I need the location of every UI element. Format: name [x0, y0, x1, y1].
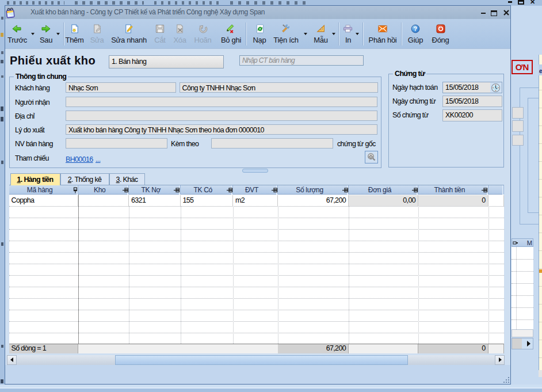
svg-text:?: ? [414, 26, 417, 32]
